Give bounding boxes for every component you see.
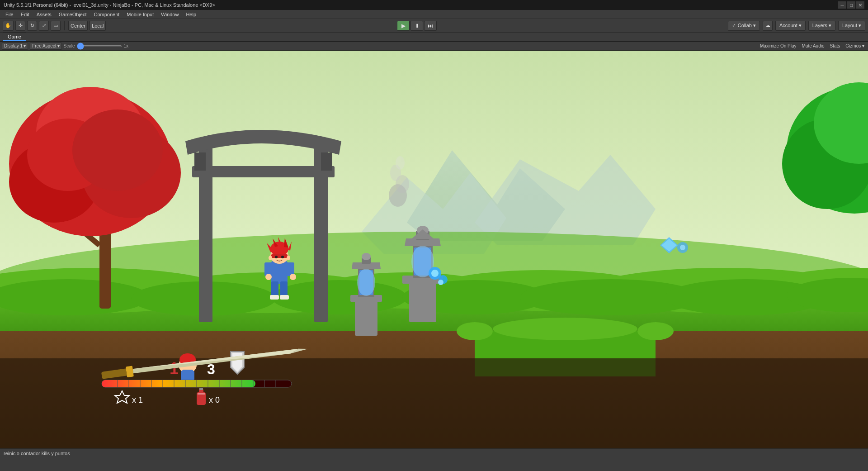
svg-point-89: [287, 256, 290, 260]
menu-file[interactable]: File: [2, 11, 17, 18]
aspect-dropdown[interactable]: Free Aspect ▾: [30, 43, 61, 50]
window-controls[interactable]: ─ □ ✕: [838, 1, 864, 9]
game-scene-svg: 1 3: [0, 51, 868, 448]
svg-rect-71: [280, 281, 288, 297]
minimize-button[interactable]: ─: [838, 1, 846, 9]
local-button[interactable]: Local: [90, 21, 106, 31]
gizmos-button[interactable]: Gizmos ▾: [844, 43, 866, 48]
svg-rect-104: [102, 380, 255, 387]
svg-point-48: [357, 269, 375, 296]
rotate-tool-button[interactable]: ↻: [27, 21, 37, 31]
toolbar-separator-1: [64, 21, 65, 30]
menu-edit[interactable]: Edit: [17, 11, 33, 18]
game-options-bar: Display 1 ▾ Free Aspect ▾ Scale 1x Maxim…: [0, 42, 868, 51]
right-toolbar: ✓ Collab ▾ ☁ Account ▾ Layers ▾ Layout ▾: [728, 21, 865, 31]
svg-rect-94: [181, 371, 186, 380]
svg-text:x 0: x 0: [209, 395, 220, 404]
game-tab[interactable]: Game: [3, 33, 26, 41]
layout-button[interactable]: Layout ▾: [838, 21, 865, 31]
move-tool-button[interactable]: ✛: [15, 21, 25, 31]
svg-point-86: [275, 256, 278, 258]
maximize-on-play-button[interactable]: Maximize On Play: [758, 43, 798, 48]
svg-point-31: [72, 109, 163, 191]
title-bar: Unity 5.5.1f1 Personal (64bit) - level01…: [0, 0, 868, 10]
stats-button[interactable]: Stats: [828, 43, 842, 48]
svg-point-68: [680, 245, 685, 250]
svg-rect-69: [271, 261, 288, 284]
svg-rect-39: [321, 152, 332, 171]
svg-point-23: [637, 322, 674, 340]
svg-point-22: [493, 318, 637, 340]
svg-point-77: [290, 274, 296, 280]
scale-slider[interactable]: [77, 45, 122, 47]
display-dropdown[interactable]: Display 1 ▾: [2, 43, 28, 50]
step-button[interactable]: ⏭: [424, 21, 437, 31]
scale-tool-button[interactable]: ⤢: [39, 21, 49, 31]
scale-value: 1x: [124, 43, 129, 48]
svg-point-62: [431, 270, 439, 277]
svg-rect-44: [355, 300, 377, 336]
svg-point-87: [281, 256, 284, 258]
svg-rect-124: [199, 388, 203, 390]
svg-rect-37: [192, 166, 335, 177]
svg-rect-70: [271, 281, 278, 297]
collab-button[interactable]: ✓ Collab ▾: [728, 21, 760, 31]
svg-point-14: [271, 280, 407, 314]
svg-point-43: [396, 156, 405, 170]
maximize-button[interactable]: □: [847, 1, 855, 9]
play-controls: ▶ ⏸ ⏭: [397, 21, 437, 31]
center-button[interactable]: Center: [68, 21, 88, 31]
main-toolbar: ✋ ✛ ↻ ⤢ ▭ Center Local ▶ ⏸ ⏭ ✓ Collab ▾ …: [0, 19, 868, 33]
game-viewport: 1 3: [0, 51, 868, 448]
svg-rect-73: [280, 295, 289, 300]
svg-rect-125: [198, 393, 205, 395]
layers-button[interactable]: Layers ▾: [808, 21, 835, 31]
svg-point-21: [457, 322, 493, 340]
menu-assets[interactable]: Assets: [33, 11, 55, 18]
svg-point-88: [269, 256, 272, 260]
game-tab-bar: Game: [0, 33, 868, 42]
menu-help[interactable]: Help: [182, 11, 200, 18]
status-bar: reinicio contador kills y puntos: [0, 448, 868, 457]
menu-window[interactable]: Window: [157, 11, 182, 18]
cloud-button[interactable]: ☁: [763, 21, 773, 31]
hand-tool-button[interactable]: ✋: [3, 21, 14, 31]
svg-rect-85: [271, 254, 288, 258]
menu-component[interactable]: Component: [90, 11, 123, 18]
svg-text:x 1: x 1: [132, 395, 143, 404]
scale-label: Scale: [64, 43, 75, 48]
menu-mobileinput[interactable]: Mobile Input: [123, 11, 157, 18]
svg-rect-38: [194, 152, 206, 171]
account-button[interactable]: Account ▾: [775, 21, 806, 31]
svg-rect-52: [409, 281, 436, 322]
svg-point-76: [265, 274, 272, 280]
mute-audio-button[interactable]: Mute Audio: [800, 43, 826, 48]
svg-rect-95: [189, 371, 194, 380]
status-message: reinicio contador kills y puntos: [4, 451, 70, 456]
window-title: Unity 5.5.1f1 Personal (64bit) - level01…: [4, 2, 838, 8]
menu-bar: File Edit Assets GameObject Component Mo…: [0, 10, 868, 19]
play-button[interactable]: ▶: [397, 21, 410, 31]
menu-gameobject[interactable]: GameObject: [55, 11, 90, 18]
close-button[interactable]: ✕: [856, 1, 864, 9]
rect-tool-button[interactable]: ▭: [51, 21, 61, 31]
svg-point-51: [362, 253, 371, 260]
pause-button[interactable]: ⏸: [410, 21, 423, 31]
svg-rect-72: [270, 295, 279, 300]
svg-point-64: [438, 280, 443, 285]
